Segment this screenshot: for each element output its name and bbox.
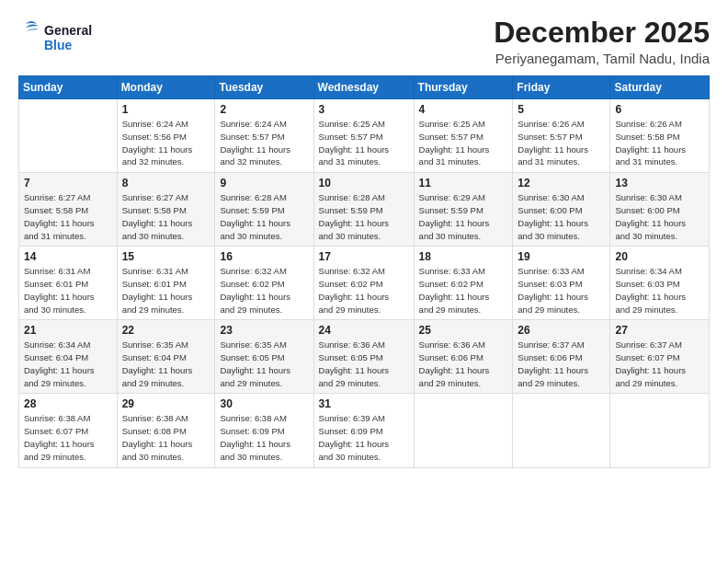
calendar-weekday-saturday: Saturday xyxy=(610,76,710,99)
calendar-cell: 15Sunrise: 6:31 AMSunset: 6:01 PMDayligh… xyxy=(117,247,215,320)
day-number: 20 xyxy=(615,250,704,263)
calendar-cell: 24Sunrise: 6:36 AMSunset: 6:05 PMDayligh… xyxy=(313,320,414,394)
day-number: 29 xyxy=(122,397,210,410)
day-info: Sunrise: 6:24 AMSunset: 5:57 PMDaylight:… xyxy=(220,118,308,168)
day-number: 19 xyxy=(518,250,605,263)
day-info: Sunrise: 6:37 AMSunset: 6:07 PMDaylight:… xyxy=(615,339,704,389)
day-info: Sunrise: 6:36 AMSunset: 6:05 PMDaylight:… xyxy=(319,339,409,389)
day-number: 12 xyxy=(518,177,605,190)
day-number: 30 xyxy=(220,397,308,410)
day-info: Sunrise: 6:33 AMSunset: 6:03 PMDaylight:… xyxy=(518,265,605,316)
day-number: 26 xyxy=(518,324,605,337)
day-info: Sunrise: 6:29 AMSunset: 5:59 PMDaylight:… xyxy=(419,191,508,242)
day-number: 14 xyxy=(24,250,112,263)
day-number: 13 xyxy=(615,177,704,190)
calendar-week-row: 28Sunrise: 6:38 AMSunset: 6:07 PMDayligh… xyxy=(19,394,710,467)
svg-text:Blue: Blue xyxy=(44,38,73,52)
day-info: Sunrise: 6:34 AMSunset: 6:03 PMDaylight:… xyxy=(615,265,704,316)
day-number: 3 xyxy=(319,103,409,116)
day-number: 10 xyxy=(319,177,409,190)
day-number: 11 xyxy=(419,177,508,190)
calendar-cell: 11Sunrise: 6:29 AMSunset: 5:59 PMDayligh… xyxy=(414,173,513,247)
day-number: 22 xyxy=(122,324,210,337)
day-number: 17 xyxy=(319,250,409,263)
day-info: Sunrise: 6:34 AMSunset: 6:04 PMDaylight:… xyxy=(24,339,112,389)
calendar-cell: 25Sunrise: 6:36 AMSunset: 6:06 PMDayligh… xyxy=(414,320,513,394)
calendar-cell: 22Sunrise: 6:35 AMSunset: 6:04 PMDayligh… xyxy=(117,320,215,394)
calendar-weekday-friday: Friday xyxy=(513,76,610,99)
day-info: Sunrise: 6:38 AMSunset: 6:08 PMDaylight:… xyxy=(122,412,210,463)
calendar-cell: 23Sunrise: 6:35 AMSunset: 6:05 PMDayligh… xyxy=(215,320,313,394)
day-number: 24 xyxy=(319,324,409,337)
calendar-cell: 7Sunrise: 6:27 AMSunset: 5:58 PMDaylight… xyxy=(19,173,118,247)
day-info: Sunrise: 6:35 AMSunset: 6:05 PMDaylight:… xyxy=(220,339,308,389)
day-info: Sunrise: 6:31 AMSunset: 6:01 PMDaylight:… xyxy=(122,265,210,316)
header: General Blue December 2025 Periyanegamam… xyxy=(18,17,710,66)
calendar-table: SundayMondayTuesdayWednesdayThursdayFrid… xyxy=(18,75,710,467)
calendar-cell: 13Sunrise: 6:30 AMSunset: 6:00 PMDayligh… xyxy=(610,173,710,247)
day-number: 15 xyxy=(122,250,210,263)
calendar-cell xyxy=(414,394,513,467)
svg-text:General: General xyxy=(44,23,92,38)
day-info: Sunrise: 6:31 AMSunset: 6:01 PMDaylight:… xyxy=(24,265,112,316)
day-info: Sunrise: 6:28 AMSunset: 5:59 PMDaylight:… xyxy=(319,191,409,242)
day-info: Sunrise: 6:28 AMSunset: 5:59 PMDaylight:… xyxy=(220,191,308,242)
calendar-week-row: 14Sunrise: 6:31 AMSunset: 6:01 PMDayligh… xyxy=(19,247,710,320)
day-info: Sunrise: 6:37 AMSunset: 6:06 PMDaylight:… xyxy=(518,339,605,389)
title-block: December 2025 Periyanegamam, Tamil Nadu,… xyxy=(494,17,710,66)
calendar-cell: 27Sunrise: 6:37 AMSunset: 6:07 PMDayligh… xyxy=(610,320,710,394)
calendar-week-row: 21Sunrise: 6:34 AMSunset: 6:04 PMDayligh… xyxy=(19,320,710,394)
day-number: 4 xyxy=(419,103,508,116)
calendar-cell: 30Sunrise: 6:38 AMSunset: 6:09 PMDayligh… xyxy=(215,394,313,467)
day-number: 1 xyxy=(122,103,210,116)
day-info: Sunrise: 6:25 AMSunset: 5:57 PMDaylight:… xyxy=(419,118,508,168)
day-info: Sunrise: 6:27 AMSunset: 5:58 PMDaylight:… xyxy=(24,191,112,242)
calendar-cell: 6Sunrise: 6:26 AMSunset: 5:58 PMDaylight… xyxy=(610,99,710,173)
calendar-cell: 17Sunrise: 6:32 AMSunset: 6:02 PMDayligh… xyxy=(313,247,414,320)
calendar-cell: 18Sunrise: 6:33 AMSunset: 6:02 PMDayligh… xyxy=(414,247,513,320)
day-info: Sunrise: 6:24 AMSunset: 5:56 PMDaylight:… xyxy=(122,118,210,168)
calendar-cell: 1Sunrise: 6:24 AMSunset: 5:56 PMDaylight… xyxy=(117,99,215,173)
day-info: Sunrise: 6:33 AMSunset: 6:02 PMDaylight:… xyxy=(419,265,508,316)
day-info: Sunrise: 6:30 AMSunset: 6:00 PMDaylight:… xyxy=(518,191,605,242)
calendar-cell: 31Sunrise: 6:39 AMSunset: 6:09 PMDayligh… xyxy=(313,394,414,467)
day-number: 18 xyxy=(419,250,508,263)
day-number: 9 xyxy=(220,177,308,190)
calendar-weekday-tuesday: Tuesday xyxy=(215,76,313,99)
day-number: 28 xyxy=(24,397,112,410)
day-info: Sunrise: 6:30 AMSunset: 6:00 PMDaylight:… xyxy=(615,191,704,242)
calendar-weekday-thursday: Thursday xyxy=(414,76,513,99)
logo: General Blue xyxy=(18,17,119,62)
calendar-cell: 5Sunrise: 6:26 AMSunset: 5:57 PMDaylight… xyxy=(513,99,610,173)
calendar-cell: 16Sunrise: 6:32 AMSunset: 6:02 PMDayligh… xyxy=(215,247,313,320)
day-info: Sunrise: 6:26 AMSunset: 5:57 PMDaylight:… xyxy=(518,118,605,168)
day-number: 25 xyxy=(419,324,508,337)
day-number: 5 xyxy=(518,103,605,116)
calendar-cell: 3Sunrise: 6:25 AMSunset: 5:57 PMDaylight… xyxy=(313,99,414,173)
subtitle: Periyanegamam, Tamil Nadu, India xyxy=(494,51,710,66)
calendar-header-row: SundayMondayTuesdayWednesdayThursdayFrid… xyxy=(19,76,710,99)
day-info: Sunrise: 6:32 AMSunset: 6:02 PMDaylight:… xyxy=(319,265,409,316)
calendar-weekday-monday: Monday xyxy=(117,76,215,99)
day-info: Sunrise: 6:32 AMSunset: 6:02 PMDaylight:… xyxy=(220,265,308,316)
day-number: 7 xyxy=(24,177,112,190)
day-info: Sunrise: 6:38 AMSunset: 6:07 PMDaylight:… xyxy=(24,412,112,463)
day-number: 16 xyxy=(220,250,308,263)
calendar-week-row: 1Sunrise: 6:24 AMSunset: 5:56 PMDaylight… xyxy=(19,99,710,173)
day-number: 6 xyxy=(615,103,704,116)
day-number: 31 xyxy=(319,397,409,410)
day-info: Sunrise: 6:25 AMSunset: 5:57 PMDaylight:… xyxy=(319,118,409,168)
day-info: Sunrise: 6:39 AMSunset: 6:09 PMDaylight:… xyxy=(319,412,409,463)
day-number: 23 xyxy=(220,324,308,337)
calendar-cell: 21Sunrise: 6:34 AMSunset: 6:04 PMDayligh… xyxy=(19,320,118,394)
day-number: 2 xyxy=(220,103,308,116)
calendar-weekday-wednesday: Wednesday xyxy=(313,76,414,99)
day-number: 8 xyxy=(122,177,210,190)
calendar-weekday-sunday: Sunday xyxy=(19,76,118,99)
calendar-cell: 4Sunrise: 6:25 AMSunset: 5:57 PMDaylight… xyxy=(414,99,513,173)
calendar-cell xyxy=(513,394,610,467)
day-number: 21 xyxy=(24,324,112,337)
logo-svg: General Blue xyxy=(18,17,119,57)
calendar-cell xyxy=(19,99,118,173)
calendar-cell: 2Sunrise: 6:24 AMSunset: 5:57 PMDaylight… xyxy=(215,99,313,173)
